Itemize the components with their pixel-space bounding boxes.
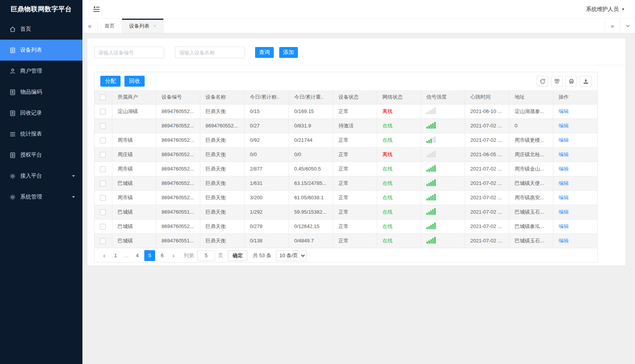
sidebar-item-recycle-record[interactable]: 回收记录 [0, 103, 82, 124]
sidebar-item-report[interactable]: 统计报表 [0, 124, 82, 145]
signal-bars-icon [427, 108, 436, 114]
weight-cell: 0/4849.7 [289, 233, 333, 248]
network-status-badge: 在线 [383, 238, 393, 244]
device-name-cell: 巨鼎天衡 [200, 104, 244, 118]
device-status-cell: 正常 [333, 104, 377, 118]
row-checkbox[interactable] [100, 209, 106, 215]
query-button[interactable]: 查询 [255, 47, 274, 58]
assign-button[interactable]: 分配 [100, 76, 121, 87]
edit-link[interactable]: 编辑 [559, 223, 569, 229]
sidebar-item-system-manage[interactable]: 系统管理 [0, 186, 82, 207]
heartbeat-cell: 2021-07-02 ... [465, 133, 509, 147]
sidebar-menu: 首页设备列表商户管理物品编码回收记录统计报表授权平台接入平台系统管理 [0, 19, 82, 207]
columns-icon [554, 78, 560, 84]
tab-home[interactable]: 首页 [98, 19, 122, 33]
count-cell: 0/0 [244, 147, 289, 162]
edit-link[interactable]: 编辑 [559, 209, 569, 215]
sidebar-item-home[interactable]: 首页 [0, 19, 82, 40]
prev-page-icon[interactable]: ‹ [99, 252, 109, 259]
sidebar-item-merchant[interactable]: 商户管理 [0, 61, 82, 82]
row-checkbox[interactable] [100, 166, 106, 172]
device-name-cell: 巨鼎天衡 [200, 147, 244, 162]
address-cell: 0 [509, 118, 553, 133]
edit-link[interactable]: 编辑 [559, 137, 569, 143]
signal-strength-cell [421, 118, 465, 133]
app-title: 巨鼎物联网数字平台 [0, 0, 82, 19]
address-cell: 巴城镇玉石... [509, 233, 553, 248]
row-checkbox[interactable] [100, 123, 106, 129]
edit-link[interactable]: 编辑 [559, 195, 569, 200]
tabs-menu-icon[interactable] [620, 19, 635, 33]
sidebar-item-access-platform[interactable]: 接入平台 [0, 165, 82, 186]
address-cell: 巴城镇玉石... [509, 205, 553, 219]
user-dropdown[interactable]: 系统维护人员 ▼ [586, 6, 625, 13]
sidebar-item-device-list[interactable]: 设备列表 [0, 40, 82, 61]
row-checkbox[interactable] [100, 195, 106, 201]
tabs-scroll-right-icon[interactable]: » [605, 19, 620, 33]
row-checkbox[interactable] [100, 181, 106, 186]
merchant-cell: 淀山湖镇 [112, 104, 156, 118]
page-size-select[interactable]: 10 条/页 [276, 250, 306, 261]
tab-device-list[interactable]: 设备列表× [122, 19, 164, 33]
network-status-badge: 在线 [383, 209, 393, 215]
network-status-cell: 在线 [377, 118, 421, 133]
device-status-cell: 正常 [333, 190, 377, 205]
edit-link[interactable]: 编辑 [559, 166, 569, 172]
tabs-scroll-left-icon[interactable]: « [82, 19, 98, 33]
edit-link[interactable]: 编辑 [559, 180, 569, 186]
heartbeat-cell: 2021-07-02 ... [465, 190, 509, 205]
device-no-cell: 8694760552... [156, 147, 200, 162]
goto-page-input[interactable] [197, 250, 215, 261]
row-checkbox[interactable] [100, 109, 106, 115]
device-status-cell: 正常 [333, 219, 377, 233]
heartbeat-cell: 2021-07-02 ... [465, 162, 509, 176]
row-checkbox[interactable] [100, 152, 106, 158]
sidebar-item-label: 授权平台 [20, 152, 42, 158]
edit-link[interactable]: 编辑 [559, 152, 569, 157]
goto-confirm-button[interactable]: 确定 [228, 250, 247, 261]
device-no-cell: 8694760552... [156, 219, 200, 233]
network-status-cell: 在线 [377, 133, 421, 147]
row-checkbox[interactable] [100, 238, 106, 244]
row-checkbox[interactable] [100, 224, 106, 230]
export-button[interactable] [580, 76, 591, 87]
column-header: 网络状态 [377, 90, 421, 104]
network-status-cell: 在线 [377, 176, 421, 190]
sidebar-item-auth-platform[interactable]: 授权平台 [0, 145, 82, 165]
columns-button[interactable] [551, 76, 563, 87]
next-page-icon[interactable]: › [168, 252, 178, 259]
page-number-active[interactable]: 5 [144, 250, 155, 261]
signal-bars-icon [427, 122, 436, 129]
weight-cell: 0/12642.15 [289, 219, 333, 233]
sidebar-item-item-code[interactable]: 物品编码 [0, 82, 82, 103]
print-button[interactable] [565, 76, 577, 87]
address-cell: 淀山湖晟泰... [509, 104, 553, 118]
signal-strength-cell [421, 162, 465, 176]
add-button[interactable]: 添加 [279, 47, 298, 58]
signal-strength-cell [421, 176, 465, 190]
page-number[interactable]: 1 [110, 250, 121, 261]
network-status-cell: 离线 [377, 147, 421, 162]
device-name-cell: 巨鼎天衡 [200, 176, 244, 190]
edit-link[interactable]: 编辑 [559, 123, 569, 129]
page-unit-label: 页 [218, 252, 223, 259]
sidebar-collapse-icon[interactable] [92, 5, 101, 14]
signal-bars-icon [427, 194, 436, 200]
top-header: 系统维护人员 ▼ [82, 0, 635, 19]
signal-strength-cell [421, 233, 465, 248]
select-all-checkbox[interactable] [100, 94, 106, 100]
device-status-cell: 正常 [333, 233, 377, 248]
edit-link[interactable]: 编辑 [559, 108, 569, 114]
refresh-button[interactable] [537, 76, 548, 87]
page-number[interactable]: 4 [132, 250, 143, 261]
device-no-input[interactable] [94, 47, 164, 58]
recycle-button[interactable]: 回收 [124, 76, 145, 87]
device-name-input[interactable] [175, 47, 245, 58]
edit-link[interactable]: 编辑 [559, 238, 569, 244]
network-status-badge: 在线 [383, 123, 393, 129]
page-number[interactable]: 6 [157, 250, 168, 261]
row-checkbox[interactable] [100, 138, 106, 143]
table-row: 周市镇8694760552...巨鼎天衡3/20061.05/6038.1正常在… [94, 190, 597, 205]
tab-close-icon[interactable]: × [153, 23, 156, 29]
device-name-cell: 巨鼎天衡 [200, 219, 244, 233]
